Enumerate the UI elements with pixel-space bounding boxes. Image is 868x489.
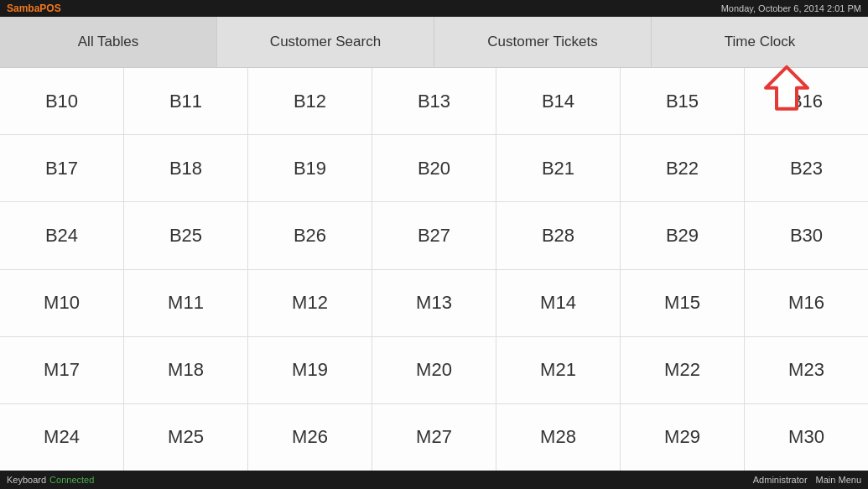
logo-samba: Samba: [7, 3, 39, 14]
table-row: B24B25B26B27B28B29B30: [0, 202, 868, 269]
status-bar: Keyboard Connected Administrator Main Me…: [0, 471, 868, 489]
table-cell-m30[interactable]: M30: [745, 404, 868, 471]
table-row: B17B18B19B20B21B22B23: [0, 135, 868, 202]
table-cell-m13[interactable]: M13: [372, 270, 496, 336]
tab-all-tables[interactable]: All Tables: [0, 17, 217, 67]
table-cell-b17[interactable]: B17: [0, 135, 124, 201]
table-cell-b25[interactable]: B25: [124, 202, 248, 268]
table-cell-b21[interactable]: B21: [496, 135, 621, 201]
table-cell-m19[interactable]: M19: [248, 337, 372, 403]
logo-area: SambaPOS: [7, 3, 61, 14]
table-cell-m22[interactable]: M22: [621, 337, 745, 403]
table-cell-m26[interactable]: M26: [248, 404, 372, 471]
table-cell-m23[interactable]: M23: [745, 337, 868, 403]
main-menu-label[interactable]: Main Menu: [816, 475, 861, 485]
table-cell-b11[interactable]: B11: [124, 68, 248, 134]
top-bar: SambaPOS Monday, October 6, 2014 2:01 PM: [0, 0, 868, 17]
table-grid: B10B11B12B13B14B15B16 B17B18B19B20B21B22…: [0, 68, 868, 471]
table-cell-b10[interactable]: B10: [0, 68, 124, 134]
table-cell-b28[interactable]: B28: [496, 202, 621, 268]
table-cell-m16[interactable]: M16: [745, 270, 868, 336]
table-row: B10B11B12B13B14B15B16: [0, 68, 868, 135]
datetime: Monday, October 6, 2014 2:01 PM: [721, 3, 861, 13]
table-cell-m28[interactable]: M28: [496, 404, 621, 471]
tab-time-clock[interactable]: Time Clock: [652, 17, 868, 67]
nav-tabs: All Tables Customer Search Customer Tick…: [0, 17, 868, 68]
table-cell-b30[interactable]: B30: [745, 202, 868, 268]
table-cell-b26[interactable]: B26: [248, 202, 372, 268]
table-cell-m27[interactable]: M27: [372, 404, 496, 471]
table-cell-b19[interactable]: B19: [248, 135, 372, 201]
table-cell-b24[interactable]: B24: [0, 202, 124, 268]
table-cell-b22[interactable]: B22: [621, 135, 745, 201]
table-cell-b14[interactable]: B14: [496, 68, 621, 134]
table-cell-m25[interactable]: M25: [124, 404, 248, 471]
content-area: B10B11B12B13B14B15B16 B17B18B19B20B21B22…: [0, 68, 868, 471]
connected-label: Connected: [49, 475, 94, 485]
table-cell-b23[interactable]: B23: [745, 135, 868, 201]
keyboard-label: Keyboard: [7, 475, 46, 485]
table-cell-b12[interactable]: B12: [248, 68, 372, 134]
table-row: M10M11M12M13M14M15M16: [0, 270, 868, 337]
table-cell-b15[interactable]: B15: [621, 68, 745, 134]
table-cell-m11[interactable]: M11: [124, 270, 248, 336]
table-cell-m18[interactable]: M18: [124, 337, 248, 403]
table-cell-m24[interactable]: M24: [0, 404, 124, 471]
table-row: M24M25M26M27M28M29M30: [0, 404, 868, 471]
table-row: M17M18M19M20M21M22M23: [0, 337, 868, 404]
table-cell-m10[interactable]: M10: [0, 270, 124, 336]
logo-text: SambaPOS: [7, 3, 61, 14]
admin-label: Administrator: [753, 475, 808, 485]
table-cell-m15[interactable]: M15: [621, 270, 745, 336]
table-cell-m17[interactable]: M17: [0, 337, 124, 403]
table-cell-m29[interactable]: M29: [621, 404, 745, 471]
table-cell-m20[interactable]: M20: [372, 337, 496, 403]
table-cell-b27[interactable]: B27: [372, 202, 496, 268]
table-cell-b18[interactable]: B18: [124, 135, 248, 201]
table-cell-b29[interactable]: B29: [621, 202, 745, 268]
table-cell-m21[interactable]: M21: [496, 337, 621, 403]
table-cell-m12[interactable]: M12: [248, 270, 372, 336]
tab-customer-search[interactable]: Customer Search: [217, 17, 434, 67]
table-cell-b20[interactable]: B20: [372, 135, 496, 201]
table-cell-m14[interactable]: M14: [496, 270, 621, 336]
logo-pos: POS: [39, 3, 60, 14]
tab-customer-tickets[interactable]: Customer Tickets: [434, 17, 652, 67]
table-cell-b13[interactable]: B13: [372, 68, 496, 134]
table-cell-b16[interactable]: B16: [745, 68, 868, 134]
